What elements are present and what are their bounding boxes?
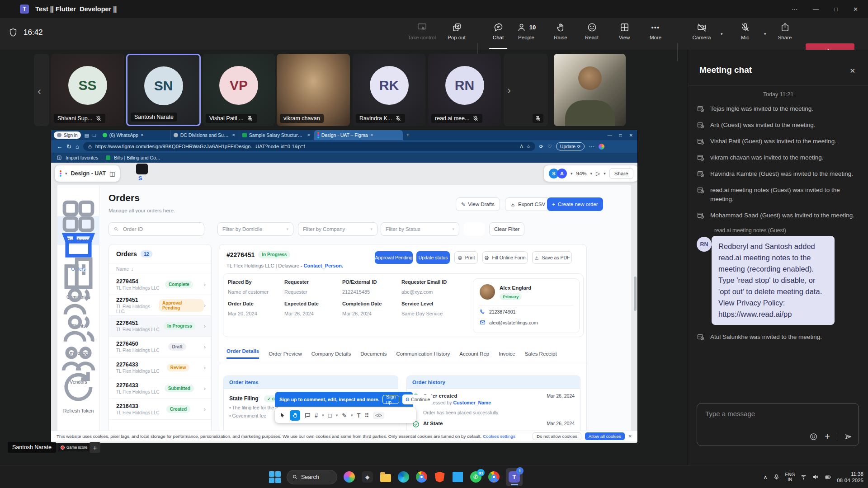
- approval-pending-button[interactable]: Approval Pending: [375, 251, 413, 264]
- chrome-icon[interactable]: [415, 471, 428, 483]
- browser-tab[interactable]: Sample Salary Structure with calc ✕: [239, 130, 314, 140]
- chat-input-box[interactable]: +: [697, 403, 859, 446]
- order-row[interactable]: 2279454TL Flex Holdings LLC Complete ›: [109, 274, 211, 295]
- tab-close-icon[interactable]: ✕: [307, 133, 311, 137]
- browser-scrollbar[interactable]: [634, 277, 637, 311]
- home-icon[interactable]: ⌂: [75, 143, 79, 150]
- participant-tile[interactable]: RN read.ai mee...: [428, 54, 501, 126]
- read-aloud-icon[interactable]: A: [520, 144, 523, 149]
- tab-account-rep[interactable]: Account Rep: [459, 351, 489, 357]
- window-more-icon[interactable]: ⋯: [792, 6, 797, 13]
- filter-apply-button[interactable]: Filter: [464, 222, 485, 236]
- order-row[interactable]: 2216433TL Flex Holdings LLC Created ›: [109, 399, 211, 420]
- start-button[interactable]: [269, 471, 281, 483]
- tab-company-details[interactable]: Company Details: [311, 351, 351, 357]
- favorite-star-icon[interactable]: ☆: [526, 144, 531, 150]
- more-button[interactable]: ••• More: [639, 22, 672, 40]
- order-id-search[interactable]: [108, 222, 204, 236]
- tab-close-icon[interactable]: ✕: [370, 133, 374, 137]
- browser-maximize-icon[interactable]: □: [619, 133, 622, 138]
- collections-icon[interactable]: ♡: [547, 144, 552, 150]
- create-new-order-button[interactable]: + Create new order: [547, 197, 603, 211]
- battery-icon[interactable]: [825, 474, 831, 480]
- teams-taskbar-icon[interactable]: T 1: [506, 468, 523, 486]
- collaborators-caret[interactable]: ▾: [571, 171, 573, 176]
- window-close-icon[interactable]: ✕: [853, 6, 858, 13]
- participant-tile-video[interactable]: [554, 54, 626, 126]
- order-row[interactable]: 2276433TL Flex Holdings LLC Submitted ›: [109, 378, 211, 399]
- people-button[interactable]: 10 People: [510, 22, 542, 40]
- order-row[interactable]: 2279451TL Flex Holdings LLC Approval Pen…: [109, 295, 211, 316]
- attach-plus-icon[interactable]: +: [825, 432, 830, 441]
- tab-close-icon[interactable]: ✕: [141, 133, 144, 137]
- share-button[interactable]: Share: [769, 22, 801, 40]
- tray-expand-icon[interactable]: ∧: [764, 474, 768, 480]
- strip-prev-icon[interactable]: ‹: [38, 85, 41, 98]
- tab-order-details[interactable]: Order Details: [226, 348, 259, 359]
- tab-communication-history[interactable]: Communication History: [396, 351, 450, 357]
- taskbar-search[interactable]: Search: [287, 470, 337, 484]
- chrome-profile-icon[interactable]: [488, 471, 500, 483]
- strip-next-icon[interactable]: ›: [507, 84, 511, 97]
- tab-order-preview[interactable]: Order Preview: [269, 351, 302, 357]
- name-column-header[interactable]: Name: [116, 266, 129, 272]
- participant-tile[interactable]: SS Shivani Sup...: [51, 54, 124, 126]
- window-maximize-icon[interactable]: □: [834, 6, 838, 13]
- filter-status-dropdown[interactable]: Filter by Status▾: [381, 222, 459, 236]
- order-id-input[interactable]: [122, 226, 190, 232]
- whatsapp-icon[interactable]: ✆ 81: [470, 471, 482, 483]
- browser-menu-icon[interactable]: ⋯: [589, 143, 594, 150]
- figma-doc-menu[interactable]: ▾ Design - UAT ◫: [55, 165, 120, 182]
- filter-company-dropdown[interactable]: Filter by Company▾: [298, 222, 377, 236]
- language-indicator[interactable]: ENGIN: [785, 472, 795, 482]
- chat-close-icon[interactable]: ✕: [849, 67, 855, 75]
- volume-icon[interactable]: [812, 474, 819, 480]
- participant-tile[interactable]: RK Ravindra K...: [353, 54, 425, 126]
- copilot-icon[interactable]: [599, 144, 604, 150]
- cursor-tool-icon[interactable]: [279, 412, 286, 418]
- pop-out-button[interactable]: Pop out: [440, 22, 473, 40]
- export-csv-button[interactable]: Export CSV: [505, 197, 551, 211]
- widgets-app-icon[interactable]: ◆: [361, 471, 373, 483]
- save-as-pdf-button[interactable]: Save as PDF: [532, 251, 572, 264]
- contact-phone[interactable]: 2123874901: [480, 309, 515, 314]
- zoom-caret[interactable]: ▾: [590, 171, 593, 176]
- filter-domicile-dropdown[interactable]: Filter by Domicile▾: [217, 222, 293, 236]
- vertical-tabs-icon[interactable]: □: [93, 132, 96, 138]
- browser-profile-button[interactable]: Sign in: [54, 131, 81, 139]
- brave-icon[interactable]: [434, 471, 446, 483]
- play-caret[interactable]: ▾: [604, 171, 606, 176]
- filter-clear-button[interactable]: Clear Filter: [489, 222, 524, 236]
- tab-close-icon[interactable]: ✕: [232, 133, 236, 137]
- tab-invoice[interactable]: Invoice: [499, 351, 515, 357]
- camera-options-caret[interactable]: ▾: [721, 32, 723, 36]
- camera-button[interactable]: Camera: [685, 22, 718, 40]
- collaborator-avatar[interactable]: A: [557, 169, 567, 178]
- wifi-icon[interactable]: [800, 474, 807, 480]
- send-icon[interactable]: [844, 432, 853, 441]
- frame-tool-icon[interactable]: #: [315, 412, 318, 419]
- emoji-icon[interactable]: [809, 432, 818, 441]
- back-icon[interactable]: ←: [57, 143, 62, 150]
- presenter-add-button[interactable]: +: [90, 442, 100, 453]
- print-button[interactable]: Print: [454, 251, 478, 264]
- refresh-icon[interactable]: ↻: [66, 143, 71, 150]
- sort-down-icon[interactable]: ↓: [131, 266, 133, 272]
- raise-hand-button[interactable]: Raise: [544, 22, 577, 40]
- view-drafts-button[interactable]: ✎ View Drafts: [456, 197, 500, 211]
- clock[interactable]: 11:3808-04-2025: [837, 471, 863, 483]
- browser-close-icon[interactable]: ✕: [629, 133, 633, 138]
- order-row-selected[interactable]: 2276451TL Flex Holdings LLC In Progress …: [109, 316, 211, 337]
- copilot-icon[interactable]: [343, 471, 355, 483]
- react-button[interactable]: React: [576, 22, 608, 40]
- participant-tile-video[interactable]: vikram chavan: [277, 54, 350, 126]
- contact-person-link[interactable]: Contact_Person.: [304, 263, 343, 268]
- sync-icon[interactable]: ⟳: [539, 144, 543, 150]
- order-row[interactable]: 2276433TL Flex Holdings LLC Review ›: [109, 357, 211, 378]
- figma-zoom-level[interactable]: 94%: [576, 171, 587, 176]
- chat-message[interactable]: RN Redberyl and Santosh added read.ai me…: [697, 236, 860, 325]
- shape-tool-icon[interactable]: □: [328, 412, 332, 419]
- allow-cookies-button[interactable]: Allow all cookies: [585, 432, 625, 440]
- pen-tool-caret[interactable]: ▾: [351, 413, 353, 418]
- figma-play-icon[interactable]: ▷: [596, 170, 600, 177]
